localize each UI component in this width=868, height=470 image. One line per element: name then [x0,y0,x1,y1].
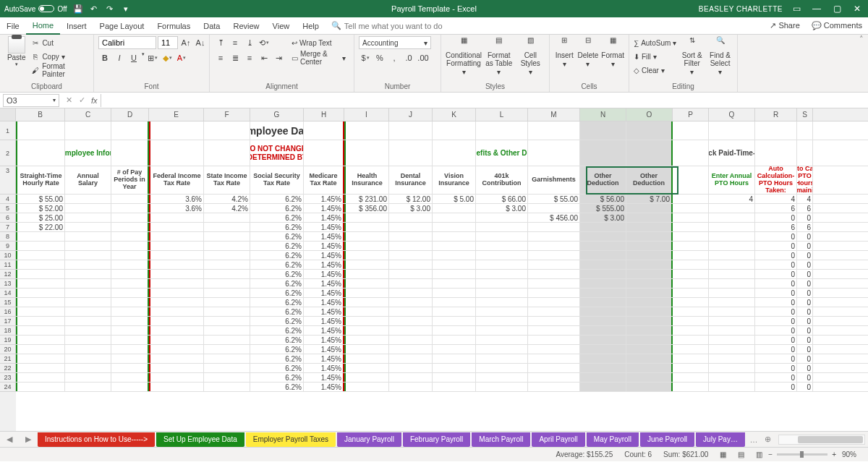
cell-N23[interactable] [580,373,626,382]
cell-P9[interactable] [673,242,709,250]
cell-F24[interactable] [204,383,250,391]
cell-N20[interactable] [580,345,626,354]
cell-K24[interactable] [433,383,476,391]
cell-M5[interactable] [528,204,580,213]
table-row[interactable]: 6.2%1.45%00 [16,242,868,251]
cell-R24[interactable]: 0 [755,383,797,391]
cell-I14[interactable] [344,289,389,297]
cell-S14[interactable]: 0 [797,289,813,297]
cell-N19[interactable] [580,336,626,344]
cell-S19[interactable]: 0 [797,336,813,344]
cell-R6[interactable]: 0 [755,213,797,222]
formula-input[interactable] [101,94,868,107]
cell-H21[interactable]: 1.45% [304,354,344,363]
cell-O13[interactable] [626,279,673,288]
table-row[interactable]: 6.2%1.45%00 [16,326,868,336]
cell-B14[interactable] [16,289,65,297]
cell-C11[interactable] [65,260,111,269]
row-header-15[interactable]: 15 [0,298,16,307]
format-cells-button[interactable]: ▦Format▾ [601,36,624,68]
comma-button[interactable]: , [388,51,401,64]
horizontal-scrollbar[interactable] [778,435,865,445]
cell-C17[interactable] [65,317,111,325]
cell-J11[interactable] [389,260,433,269]
tab-review[interactable]: Review [226,17,265,35]
spreadsheet-grid[interactable]: BCDEFGHIJKLMNOPQRS 123456789101112131415… [0,108,868,431]
sheet-tab-5[interactable]: March Payroll [472,432,530,447]
name-box[interactable]: O3▾ [3,94,59,107]
cell-S4[interactable]: 4 [797,195,813,203]
cell-D14[interactable] [111,289,149,297]
cell-Q19[interactable] [709,336,755,344]
cell-I22[interactable] [344,364,389,372]
cell-M15[interactable] [528,298,580,307]
cell-N13[interactable] [580,279,626,288]
cell-O18[interactable] [626,326,673,335]
cell-D17[interactable] [111,317,149,325]
cell-L5[interactable]: $ 3.00 [476,204,528,213]
col-header-C[interactable]: C [65,108,111,121]
col-header-G[interactable]: G [250,108,304,121]
cell-Q16[interactable] [709,307,755,316]
cell-G9[interactable]: 6.2% [250,242,304,250]
zoom-out-icon[interactable]: − [768,450,773,458]
cell-I24[interactable] [344,383,389,391]
cell-E18[interactable] [149,326,204,335]
col-header-F[interactable]: F [204,108,250,121]
cell-E24[interactable] [149,383,204,391]
cell-C18[interactable] [65,326,111,335]
italic-button[interactable]: I [113,51,126,64]
delete-cells-button[interactable]: ⊟Delete▾ [577,36,598,68]
cell-D19[interactable] [111,336,149,344]
cell-M19[interactable] [528,336,580,344]
cell-C19[interactable] [65,336,111,344]
font-color-button[interactable]: A [175,51,188,64]
cell-C22[interactable] [65,364,111,372]
cell-I12[interactable] [344,270,389,278]
cell-H24[interactable]: 1.45% [304,383,344,391]
cell-M23[interactable] [528,373,580,382]
cell-S5[interactable]: 6 [797,204,813,213]
cell-M20[interactable] [528,345,580,354]
cell-I10[interactable] [344,251,389,260]
undo-icon[interactable]: ↶ [89,4,99,14]
cell-P5[interactable] [673,204,709,213]
cell-M13[interactable] [528,279,580,288]
cell-B24[interactable] [16,383,65,391]
merge-center-button[interactable]: ▭Merge & Center ▾ [288,51,349,64]
cell-B8[interactable] [16,232,65,241]
row-header-21[interactable]: 21 [0,354,16,364]
cell-F22[interactable] [204,364,250,372]
cell-F14[interactable] [204,289,250,297]
table-row[interactable]: $ 22.006.2%1.45%66 [16,223,868,232]
cell-C9[interactable] [65,242,111,250]
cell-E6[interactable] [149,213,204,222]
table-row[interactable]: 6.2%1.45%00 [16,251,868,260]
cell-R8[interactable]: 0 [755,232,797,241]
cell-G24[interactable]: 6.2% [250,383,304,391]
cell-Q11[interactable] [709,260,755,269]
cell-L14[interactable] [476,289,528,297]
cell-L8[interactable] [476,232,528,241]
row-header-9[interactable]: 9 [0,242,16,251]
cell-C8[interactable] [65,232,111,241]
cell-C24[interactable] [65,383,111,391]
cell-E23[interactable] [149,373,204,382]
cell-Q15[interactable] [709,298,755,307]
cell-E12[interactable] [149,270,204,278]
cell-E9[interactable] [149,242,204,250]
cell-H10[interactable]: 1.45% [304,251,344,260]
cell-N16[interactable] [580,307,626,316]
cell-K10[interactable] [433,251,476,260]
zoom-level[interactable]: 90% [842,450,856,458]
cell-M24[interactable] [528,383,580,391]
table-row[interactable]: 6.2%1.45%00 [16,289,868,298]
cell-O14[interactable] [626,289,673,297]
cell-Q4[interactable]: 4 [709,195,755,203]
cell-R20[interactable]: 0 [755,345,797,354]
table-row[interactable]: 6.2%1.45%00 [16,298,868,307]
cell-N15[interactable] [580,298,626,307]
cell-O6[interactable] [626,213,673,222]
col-header-O[interactable]: O [626,108,673,121]
cell-S17[interactable]: 0 [797,317,813,325]
